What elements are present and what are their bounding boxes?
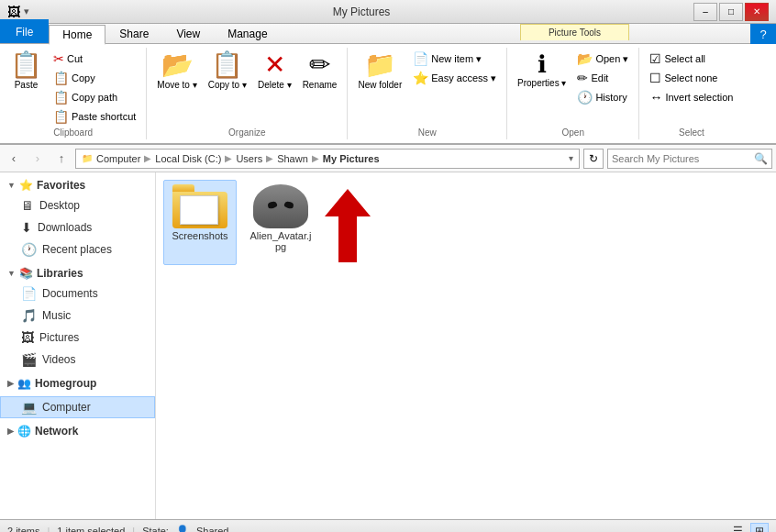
open-group-label: Open [513,127,633,138]
network-icon: 🌐 [17,425,31,438]
open-small-col: 📂 Open ▾ ✏ Edit 🕐 History [572,50,633,106]
copy-button[interactable]: 📋 Copy [49,69,140,87]
properties-button[interactable]: ℹ Properties ▾ [513,50,571,91]
sidebar-item-downloads[interactable]: ⬇ Downloads [0,216,155,238]
open-button[interactable]: 📂 Open ▾ [572,50,633,68]
copy-path-button[interactable]: 📋 Copy path [49,88,140,106]
sidebar-item-documents[interactable]: 📄 Documents [0,283,155,305]
crumb-mypictures[interactable]: My Pictures [323,153,380,164]
window-controls: – □ ✕ [693,3,769,21]
sep-4: ▶ [312,153,319,163]
details-view-button[interactable]: ☰ [728,523,747,533]
tab-home[interactable]: Home [49,25,105,45]
easy-access-icon: ⭐ [413,71,428,85]
forward-button[interactable]: › [28,149,48,169]
paste-shortcut-button[interactable]: 📋 Paste shortcut [49,107,140,126]
copy-to-button[interactable]: 📋 Copy to ▾ [204,50,251,93]
select-none-button[interactable]: ☐ Select none [645,69,737,87]
select-none-icon: ☐ [649,71,661,85]
file-item-alien[interactable]: Alien_Avatar.jpg [244,180,317,265]
sidebar-header-network[interactable]: ▶ 🌐 Network [0,422,155,440]
clipboard-group: 📋 Paste ✂ Cut 📋 Copy 📋 Copy path [0,48,147,139]
back-button[interactable]: ‹ [4,149,24,169]
new-group-content: 📁 New folder 📄 New item ▾ ⭐ Easy access … [353,50,501,126]
delete-icon: ✕ [264,52,285,78]
delete-button[interactable]: ✕ Delete ▾ [253,50,296,93]
crumb-computer[interactable]: Computer [96,153,140,164]
tab-view[interactable]: View [162,23,214,43]
main-layout: ▼ ⭐ Favorites 🖥 Desktop ⬇ Downloads 🕐 Re… [0,172,776,519]
address-bar[interactable]: 📁 Computer ▶ Local Disk (C:) ▶ Users ▶ S… [75,149,580,169]
select-all-button[interactable]: ☑ Select all [645,50,737,68]
tab-share[interactable]: Share [105,23,162,43]
sep-3: ▶ [266,153,273,163]
edit-button[interactable]: ✏ Edit [572,69,633,87]
documents-icon: 📄 [21,286,37,301]
new-item-icon: 📄 [413,51,428,66]
downloads-icon: ⬇ [21,220,32,235]
documents-label: Documents [42,287,98,300]
picture-tools-header: Picture Tools [520,24,629,40]
sidebar-header-favorites[interactable]: ▼ ⭐ Favorites [0,176,155,194]
address-bar-row: ‹ › ↑ 📁 Computer ▶ Local Disk (C:) ▶ Use… [0,145,776,172]
sidebar-header-homegroup[interactable]: ▶ 👥 Homegroup [0,374,155,393]
sidebar-item-computer[interactable]: 💻 Computer [0,396,155,418]
recent-label: Recent places [42,243,112,256]
homegroup-icon: 👥 [17,377,31,390]
easy-access-button[interactable]: ⭐ Easy access ▾ [408,69,501,87]
properties-icon: ℹ [538,52,547,76]
minimize-button[interactable]: – [693,3,717,21]
invert-selection-icon: ↔ [649,90,662,105]
cut-button[interactable]: ✂ Cut [49,50,140,68]
title-bar-icons: 🖼 ▾ [7,5,29,19]
tab-file[interactable]: File [0,19,49,43]
sidebar-item-videos[interactable]: 🎬 Videos [0,349,155,371]
file-item-screenshots[interactable]: Screenshots [163,180,237,265]
paste-button[interactable]: 📋 Paste [6,50,47,93]
music-icon: 🎵 [21,308,37,323]
copy-to-icon: 📋 [211,52,243,78]
address-dropdown-arrow[interactable]: ▾ [569,153,573,163]
new-folder-icon: 📁 [364,52,396,78]
alien-label: Alien_Avatar.jpg [249,230,313,252]
red-arrow-annotation [320,189,375,265]
new-folder-button[interactable]: 📁 New folder [353,50,406,93]
crumb-localdisk[interactable]: Local Disk (C:) [155,153,221,164]
search-icon: 🔍 [754,152,768,165]
tab-manage[interactable]: Manage [214,23,281,43]
rename-button[interactable]: ✏ Rename [298,50,342,93]
sidebar-item-pictures[interactable]: 🖼 Pictures [0,327,155,349]
desktop-icon: 🖥 [21,198,34,213]
sidebar-section-computer: 💻 Computer [0,396,155,418]
invert-selection-button[interactable]: ↔ Invert selection [645,88,737,106]
picture-tools-label: Picture Tools [549,28,601,38]
sidebar-item-music[interactable]: 🎵 Music [0,305,155,327]
large-icons-view-button[interactable]: ⊞ [750,523,769,533]
select-col: ☑ Select all ☐ Select none ↔ Invert sele… [645,50,737,106]
network-arrow: ▶ [7,427,14,436]
alien-eyes [268,202,294,208]
alien-eye-right [283,200,294,208]
search-box[interactable]: 🔍 [607,149,772,169]
help-button[interactable]: ? [750,24,776,44]
crumb-users[interactable]: Users [236,153,262,164]
close-button[interactable]: ✕ [745,3,769,21]
maximize-button[interactable]: □ [719,3,743,21]
crumb-shawn[interactable]: Shawn [277,153,308,164]
sidebar-item-desktop[interactable]: 🖥 Desktop [0,194,155,216]
refresh-button[interactable]: ↻ [583,149,604,169]
sidebar-item-recent[interactable]: 🕐 Recent places [0,238,155,260]
screenshots-label: Screenshots [172,230,227,241]
history-button[interactable]: 🕐 History [572,88,633,106]
favorites-arrow: ▼ [7,181,16,190]
move-to-button[interactable]: 📂 Move to ▾ [152,50,201,93]
search-input[interactable] [612,153,754,164]
sidebar-section-libraries: ▼ 📚 Libraries 📄 Documents 🎵 Music 🖼 Pict… [0,264,155,371]
sidebar-header-libraries[interactable]: ▼ 📚 Libraries [0,264,155,283]
state-label: State: [142,526,169,533]
new-item-button[interactable]: 📄 New item ▾ [408,50,501,68]
up-button[interactable]: ↑ [51,149,72,169]
window-title: My Pictures [29,6,693,18]
computer-label: Computer [42,401,91,414]
libraries-icon: 📚 [19,267,33,280]
